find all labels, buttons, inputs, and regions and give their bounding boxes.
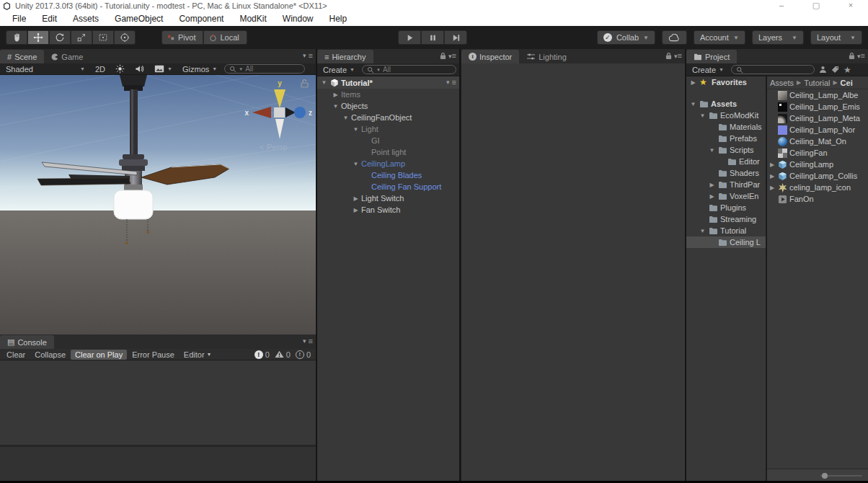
asset-ceiling-lamp-emis[interactable]: Ceiling_Lamp_Emis (767, 101, 868, 112)
expand-arrow-icon[interactable]: ▶ (769, 173, 776, 180)
console-clear-button[interactable]: Clear (2, 350, 30, 360)
menu-assets[interactable]: Assets (65, 12, 107, 26)
project-folder-ceiling-l[interactable]: Ceiling L (686, 236, 766, 248)
console-clear-on-play-button[interactable]: Clear on Play (71, 350, 127, 360)
hierarchy-panel-menu[interactable]: ▾≡ (448, 53, 456, 60)
tab-lighting[interactable]: Lighting (519, 50, 574, 63)
breadcrumb-tutorial[interactable]: Tutorial (804, 79, 830, 87)
persp-toggle[interactable]: < Persp (260, 143, 288, 151)
hierarchy-search[interactable]: ▼ (362, 65, 456, 74)
expand-arrow-icon[interactable]: ▶ (352, 207, 360, 213)
scene-viewport[interactable]: y x z < Persp (0, 75, 316, 334)
menu-gameobject[interactable]: GameObject (107, 12, 171, 26)
scene-search-input[interactable] (245, 65, 300, 73)
hierarchy-item-fan-switch[interactable]: ▶Fan Switch (317, 204, 459, 216)
menu-modkit[interactable]: ModKit (231, 12, 274, 26)
hierarchy-item-ceiling-blades[interactable]: Ceiling Blades (317, 169, 459, 181)
scene-lighting-toggle[interactable] (112, 64, 128, 74)
console-error-pause-button[interactable]: Error Pause (128, 350, 179, 360)
asset-fanon[interactable]: FanOn (767, 193, 868, 205)
search-by-type-icon[interactable] (819, 66, 827, 74)
asset-ceilinglamp-collis[interactable]: ▶CeilingLamp_Collis (767, 170, 868, 182)
rotate-tool-button[interactable] (49, 30, 71, 45)
axis-z-sphere[interactable] (294, 107, 306, 118)
local-button[interactable]: Local (203, 30, 247, 45)
slider-knob[interactable] (822, 473, 828, 479)
collab-dropdown[interactable]: ✓ Collab ▼ (597, 30, 655, 45)
gizmos-dropdown[interactable]: Gizmos ▼ (180, 64, 220, 74)
hierarchy-item-ceilinglamp[interactable]: ▼CeilingLamp (317, 158, 459, 169)
asset-ceiling-lamp-albe[interactable]: Ceiling_Lamp_Albe (767, 89, 868, 101)
project-folder-scripts[interactable]: ▼Scripts (686, 144, 766, 156)
lock-icon[interactable] (440, 52, 446, 60)
scene-effects-dropdown[interactable]: ▼ (151, 64, 175, 74)
project-folder-plugins[interactable]: Plugins (686, 202, 766, 213)
expand-arrow-icon[interactable]: ▶ (769, 185, 776, 191)
tab-hierarchy[interactable]: ≡ Hierarchy (317, 50, 373, 63)
project-folder-voxelen[interactable]: ▶VoxelEn (686, 190, 766, 202)
scene-header-menu[interactable]: ▾≡ (446, 79, 456, 86)
pause-button[interactable] (421, 30, 444, 45)
transform-tool-button[interactable] (114, 30, 136, 45)
project-folder-prefabs[interactable]: Prefabs (686, 133, 766, 144)
expand-arrow-icon[interactable]: ▶ (708, 182, 716, 188)
2d-toggle[interactable]: 2D (92, 64, 108, 74)
scene-panel-menu[interactable]: ▾≡ (303, 52, 313, 59)
menu-help[interactable]: Help (322, 12, 355, 26)
lock-icon[interactable] (665, 52, 672, 60)
scale-tool-button[interactable] (71, 30, 92, 45)
console-collapse-button[interactable]: Collapse (30, 350, 70, 360)
divider[interactable] (459, 49, 461, 483)
project-folder-materials[interactable]: Materials (686, 121, 766, 133)
project-create-dropdown[interactable]: Create ▼ (689, 65, 727, 75)
minimize-button[interactable]: – (764, 0, 799, 12)
error-count[interactable]: !0 (254, 350, 270, 359)
cloud-button[interactable] (662, 30, 687, 45)
hierarchy-create-dropdown[interactable]: Create ▼ (320, 65, 358, 75)
expand-arrow-icon[interactable]: ▶ (769, 161, 776, 168)
console-panel-menu[interactable]: ▾≡ (303, 337, 313, 345)
gizmo-center-cube[interactable] (274, 107, 285, 118)
hierarchy-item-gi[interactable]: GI (317, 135, 459, 146)
expand-arrow-icon[interactable]: ▶ (332, 92, 340, 98)
hierarchy-item-ceiling-fan-support[interactable]: Ceiling Fan Support (317, 181, 459, 192)
console-editor-button[interactable]: Editor▼ (180, 350, 216, 360)
layers-dropdown[interactable]: Layers ▼ (752, 30, 804, 45)
expand-arrow-icon[interactable]: ▼ (342, 115, 350, 121)
lock-icon[interactable] (849, 52, 855, 60)
asset-ceiling-lamp-meta[interactable]: Ceiling_Lamp_Meta (767, 112, 868, 124)
hierarchy-item-point-light[interactable]: Point light (317, 146, 459, 158)
close-button[interactable]: × (833, 0, 868, 12)
project-folder-shaders[interactable]: Shaders (686, 167, 766, 179)
tab-project[interactable]: Project (686, 50, 737, 63)
divider[interactable] (685, 49, 686, 483)
scene-search[interactable]: ▼ (224, 64, 305, 74)
menu-edit[interactable]: Edit (34, 12, 65, 26)
expand-arrow-icon[interactable]: ▶ (689, 79, 697, 86)
maximize-button[interactable]: ▢ (799, 0, 833, 12)
tab-game[interactable]: Game (44, 50, 90, 63)
asset-zoom-slider[interactable] (820, 475, 862, 477)
divider[interactable] (316, 49, 317, 483)
hierarchy-item-objects[interactable]: ▼Objects (317, 100, 459, 112)
hierarchy-item-ceilingfanobject[interactable]: ▼CeilingFanObject (317, 112, 459, 123)
project-favorites-row[interactable]: ▶★Favorites (686, 76, 766, 88)
shading-mode-dropdown[interactable]: Shaded ▼ (3, 64, 88, 74)
menu-component[interactable]: Component (171, 12, 231, 26)
project-folder-assets[interactable]: ▼Assets (686, 98, 766, 110)
expand-arrow-icon[interactable]: ▼ (699, 228, 707, 234)
hierarchy-item-items[interactable]: ▶Items (317, 89, 459, 100)
tab-inspector[interactable]: i Inspector (461, 50, 519, 63)
expand-arrow-icon[interactable]: ▶ (352, 195, 360, 202)
layout-dropdown[interactable]: Layout ▼ (810, 30, 862, 45)
expand-arrow-icon[interactable]: ▼ (352, 161, 360, 167)
scene-header-row[interactable]: ▼ Tutorial* ▾≡ (317, 76, 459, 89)
hierarchy-item-light[interactable]: ▼Light (317, 123, 459, 135)
expand-arrow-icon[interactable]: ▼ (320, 79, 328, 86)
expand-arrow-icon[interactable]: ▼ (332, 103, 340, 110)
tab-console[interactable]: ▤ Console (0, 335, 54, 349)
save-search-star-icon[interactable]: ★ (843, 65, 851, 75)
project-folder-streaming[interactable]: Streaming (686, 213, 766, 225)
play-button[interactable] (398, 30, 421, 45)
pivot-button[interactable]: Pivot (161, 30, 203, 45)
